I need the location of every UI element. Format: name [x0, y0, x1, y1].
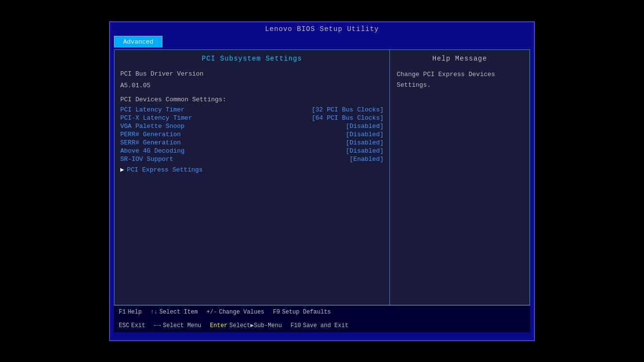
footer-desc-help: Help [128, 308, 142, 316]
setting-name-0[interactable]: PCI Latency Timer [120, 106, 185, 113]
footer-leftright: ←→ Select Menu [154, 321, 201, 330]
right-panel-title: Help Message [397, 55, 523, 63]
footer-plusminus: +/- Change Values [207, 308, 264, 316]
footer-key-plusminus: +/- [207, 308, 217, 316]
footer-desc-selectmenu: Select Menu [163, 321, 201, 330]
left-panel-title: PCI Subsystem Settings [120, 55, 384, 63]
footer-desc-saveexit: Save and Exit [303, 321, 349, 330]
setting-name-4[interactable]: SERR# Generation [120, 139, 181, 146]
setting-value-5: [Disabled] [346, 147, 384, 155]
setting-value-1: [64 PCI Bus Clocks] [312, 114, 384, 122]
footer-desc-submenu: Select▶Sub-Menu [229, 321, 282, 330]
setting-row-2: VGA Palette Snoop [Disabled] [120, 123, 384, 130]
footer-f1: F1 Help [119, 308, 142, 316]
footer-desc-selectitem: Select Item [160, 308, 198, 316]
tab-advanced[interactable]: Advanced [114, 36, 162, 47]
setting-value-0: [32 PCI Bus Clocks] [312, 106, 384, 113]
footer-key-enter: Enter [210, 321, 227, 330]
footer-key-f9: F9 [273, 308, 280, 316]
submenu-arrow-icon: ▶ [120, 166, 124, 173]
tabs-row: Advanced [110, 34, 534, 47]
footer-key-updown: ↑↓ [150, 308, 157, 316]
help-text: Change PCI Express Devices Settings. [397, 69, 523, 91]
footer-key-leftright: ←→ [154, 321, 161, 330]
setting-row-5: Above 4G Decoding [Disabled] [120, 147, 384, 155]
footer-f10: F10 Save and Exit [290, 321, 348, 330]
setting-row-0: PCI Latency Timer [32 PCI Bus Clocks] [120, 106, 384, 113]
footer-desc-setupdefaults: Setup Defaults [282, 308, 331, 316]
setting-value-3: [Disabled] [346, 131, 384, 138]
section-label: PCI Devices Common Settings: [120, 96, 384, 103]
submenu-label[interactable]: PCI Express Settings [127, 166, 203, 173]
left-panel: PCI Subsystem Settings PCI Bus Driver Ve… [114, 50, 390, 305]
submenu-item[interactable]: ▶ PCI Express Settings [120, 166, 384, 173]
footer-key-esc: ESC [119, 321, 129, 330]
setting-name-5[interactable]: Above 4G Decoding [120, 147, 185, 155]
footer-esc: ESC Exit [119, 321, 145, 330]
footer-desc-exit: Exit [131, 321, 145, 330]
setting-name-1[interactable]: PCI-X Latency Timer [120, 114, 192, 122]
setting-name-6[interactable]: SR-IOV Support [120, 156, 173, 163]
setting-name-2[interactable]: VGA Palette Snoop [120, 123, 185, 130]
right-panel: Help Message Change PCI Express Devices … [390, 50, 530, 305]
setting-row-6: SR-IOV Support [Enabled] [120, 156, 384, 163]
main-area: PCI Subsystem Settings PCI Bus Driver Ve… [114, 49, 530, 305]
setting-value-4: [Disabled] [346, 139, 384, 146]
footer-enter: Enter Select▶Sub-Menu [210, 321, 282, 330]
footer-key-f1: F1 [119, 308, 126, 316]
driver-label: PCI Bus Driver Version [120, 69, 384, 79]
footer-key-f10: F10 [290, 321, 301, 330]
setting-row-4: SERR# Generation [Disabled] [120, 139, 384, 146]
footer-f9: F9 Setup Defaults [273, 308, 331, 316]
footer-row-1: F1 Help ↑↓ Select Item +/- Change Values… [119, 308, 525, 316]
setting-value-6: [Enabled] [350, 156, 384, 163]
footer-row-2: ESC Exit ←→ Select Menu Enter Select▶Sub… [119, 321, 525, 330]
setting-name-3[interactable]: PERR# Generation [120, 131, 181, 138]
setting-row-1: PCI-X Latency Timer [64 PCI Bus Clocks] [120, 114, 384, 122]
footer-desc-changevalues: Change Values [219, 308, 264, 316]
footer-updown: ↑↓ Select Item [150, 308, 198, 316]
setting-value-2: [Disabled] [346, 123, 384, 130]
setting-row-3: PERR# Generation [Disabled] [120, 131, 384, 138]
driver-version: A5.01.05 [120, 81, 384, 91]
bios-window: Lenovo BIOS Setup Utility Advanced PCI S… [109, 21, 535, 341]
footer: F1 Help ↑↓ Select Item +/- Change Values… [114, 305, 530, 332]
app-title: Lenovo BIOS Setup Utility [110, 22, 534, 34]
